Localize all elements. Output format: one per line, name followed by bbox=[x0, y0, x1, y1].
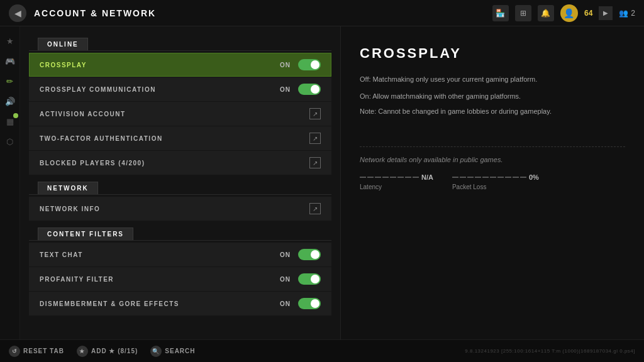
toggle-2-1[interactable] bbox=[298, 273, 321, 285]
row-label-2-1: PROFANITY FILTER bbox=[40, 276, 280, 283]
row-label-0-2: ACTIVISION ACCOUNT bbox=[40, 111, 309, 118]
row-label-2-2: DISMEMBERMENT & GORE EFFECTS bbox=[40, 300, 280, 307]
network-stats: N/A Latency 0% Packet Loss bbox=[360, 173, 625, 190]
ext-link-0-3[interactable] bbox=[309, 133, 321, 144]
players-number: 2 bbox=[631, 9, 635, 18]
search-icon: 🔍 bbox=[150, 346, 162, 357]
settings-row-2-2[interactable]: DISMEMBERMENT & GORE EFFECTS ON bbox=[29, 292, 331, 315]
settings-row-0-4[interactable]: BLOCKED PLAYERS (4/200) bbox=[29, 151, 331, 175]
settings-row-2-1[interactable]: PROFANITY FILTER ON bbox=[29, 267, 331, 291]
section-gap-1 bbox=[20, 221, 340, 228]
players-icon: 👥 bbox=[619, 9, 628, 18]
bottom-bar: ↺ RESET TAB ★ ADD ★ (8/15) 🔍 SEARCH 9.8.… bbox=[0, 339, 644, 362]
header-icons: 🏪 ⊞ 🔔 👤 64 ▶ 👥 2 bbox=[492, 4, 635, 22]
star-btn-icon: ★ bbox=[77, 346, 88, 357]
section-label-1: NETWORK bbox=[38, 182, 98, 195]
settings-row-2-0[interactable]: TEXT CHAT ON bbox=[29, 243, 331, 266]
row-value-0-1: ON bbox=[280, 86, 291, 93]
packet-loss-label: Packet Loss bbox=[452, 184, 539, 190]
info-note: Note: Cannot be changed in game lobbies … bbox=[360, 107, 625, 115]
toggle-2-2[interactable] bbox=[298, 298, 321, 309]
settings-row-0-1[interactable]: CROSSPLAY COMMUNICATION ON bbox=[29, 77, 331, 101]
latency-bar: N/A bbox=[360, 173, 433, 181]
section-header-0: ONLINE bbox=[20, 38, 340, 52]
row-value-2-2: ON bbox=[280, 300, 291, 307]
info-desc-0: Off: Matchmaking only uses your current … bbox=[360, 74, 625, 85]
reset-tab-label: RESET TAB bbox=[23, 348, 64, 354]
top-header: ◀ ACCOUNT & NETWORK 🏪 ⊞ 🔔 👤 64 ▶ 👥 2 bbox=[0, 0, 644, 26]
nav-icon-pencil[interactable]: ✏ bbox=[2, 73, 18, 89]
network-note: Network details only available in public… bbox=[360, 156, 625, 163]
toggle-0-0[interactable] bbox=[298, 59, 321, 70]
row-label-0-1: CROSSPLAY COMMUNICATION bbox=[40, 86, 280, 93]
avatar[interactable]: 👤 bbox=[560, 4, 578, 22]
section-label-2: CONTENT FILTERS bbox=[38, 228, 133, 241]
packet-loss-value: 0% bbox=[529, 173, 539, 181]
store-icon[interactable]: 🏪 bbox=[492, 5, 509, 21]
reset-tab-button[interactable]: ↺ RESET TAB bbox=[9, 346, 64, 357]
nav-icon-star[interactable]: ★ bbox=[2, 33, 18, 49]
left-sidebar: ★ 🎮 ✏ 🔊 ▦ ⬡ bbox=[0, 26, 20, 362]
notification-icon[interactable]: 🔔 bbox=[538, 5, 554, 21]
grid-icon[interactable]: ⊞ bbox=[515, 5, 531, 21]
row-value-0-0: ON bbox=[280, 62, 291, 69]
settings-row-0-2[interactable]: ACTIVISION ACCOUNT bbox=[29, 102, 331, 126]
section-header-2: CONTENT FILTERS bbox=[20, 228, 340, 241]
nav-icon-speaker[interactable]: 🔊 bbox=[2, 93, 18, 109]
latency-dashes bbox=[360, 177, 419, 178]
row-value-2-1: ON bbox=[280, 276, 291, 283]
add-favorite-label: ADD ★ (8/15) bbox=[91, 348, 138, 354]
ext-link-1-0[interactable] bbox=[309, 203, 321, 214]
network-info-area: Network details only available in public… bbox=[360, 146, 625, 190]
section-header-1: NETWORK bbox=[20, 182, 340, 195]
row-value-2-0: ON bbox=[280, 251, 291, 258]
players-count: 👥 2 bbox=[619, 9, 635, 18]
search-label: SEARCH bbox=[165, 348, 195, 354]
ext-link-0-2[interactable] bbox=[309, 108, 321, 119]
section-gap-2 bbox=[20, 316, 340, 322]
section-label-0: ONLINE bbox=[38, 38, 88, 51]
latency-value: N/A bbox=[421, 173, 433, 181]
transfer-icon[interactable]: ▶ bbox=[599, 6, 613, 20]
latency-group: N/A Latency bbox=[360, 173, 433, 190]
version-info: 9.8.13241923 [255:100:1614+115 T:m (1000… bbox=[465, 348, 635, 354]
page-title: ACCOUNT & NETWORK bbox=[34, 8, 492, 18]
settings-row-1-0[interactable]: NETWORK INFO bbox=[29, 197, 331, 221]
add-favorite-button[interactable]: ★ ADD ★ (8/15) bbox=[77, 346, 138, 357]
packet-loss-dashes bbox=[452, 177, 526, 178]
toggle-2-0[interactable] bbox=[298, 249, 321, 260]
nav-icon-gamepad[interactable]: 🎮 bbox=[2, 53, 18, 69]
settings-row-0-3[interactable]: TWO-FACTOR AUTHENTICATION bbox=[29, 126, 331, 150]
settings-row-0-0[interactable]: CROSSPLAY ON bbox=[29, 53, 331, 77]
row-label-0-3: TWO-FACTOR AUTHENTICATION bbox=[40, 135, 309, 142]
section-gap-0 bbox=[20, 175, 340, 182]
search-button[interactable]: 🔍 SEARCH bbox=[150, 346, 195, 357]
row-label-2-0: TEXT CHAT bbox=[40, 251, 280, 258]
main-layout: ★ 🎮 ✏ 🔊 ▦ ⬡ ONLINE CROSSPLAY ON CROSSPLA… bbox=[0, 26, 644, 362]
row-label-1-0: NETWORK INFO bbox=[40, 206, 309, 212]
credits-display: 64 bbox=[584, 9, 592, 18]
nav-icon-panel[interactable]: ▦ bbox=[2, 113, 18, 129]
toggle-0-1[interactable] bbox=[298, 84, 321, 95]
row-label-0-0: CROSSPLAY bbox=[40, 62, 280, 69]
reset-icon: ↺ bbox=[9, 346, 20, 357]
latency-label: Latency bbox=[360, 184, 433, 190]
ext-link-0-4[interactable] bbox=[309, 157, 321, 168]
nav-icon-shield[interactable]: ⬡ bbox=[2, 133, 18, 150]
info-panel: CROSSPLAY Off: Matchmaking only uses you… bbox=[341, 26, 644, 362]
packet-loss-group: 0% Packet Loss bbox=[452, 173, 539, 190]
info-title: CROSSPLAY bbox=[360, 45, 625, 62]
back-button[interactable]: ◀ bbox=[9, 4, 26, 22]
packet-loss-bar: 0% bbox=[452, 173, 539, 181]
settings-panel: ONLINE CROSSPLAY ON CROSSPLAY COMMUNICAT… bbox=[20, 26, 341, 362]
info-desc-1: On: Allow matchmaking with other gaming … bbox=[360, 91, 625, 102]
row-label-0-4: BLOCKED PLAYERS (4/200) bbox=[40, 160, 309, 167]
